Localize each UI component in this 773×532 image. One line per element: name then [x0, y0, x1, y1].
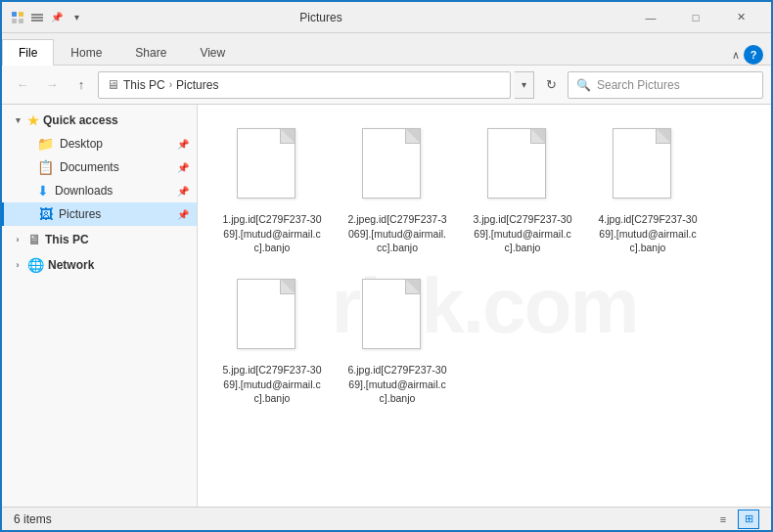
search-placeholder: Search Pictures — [597, 78, 680, 92]
file-explorer-window: 📌 ▾ Pictures — □ ✕ File Home Share View … — [0, 0, 773, 532]
status-bar: 6 items ≡ ⊞ — [2, 507, 771, 530]
desktop-icon: 📁 — [37, 136, 54, 152]
list-view-button[interactable]: ≡ — [712, 510, 734, 529]
svg-rect-6 — [31, 20, 43, 22]
file-icon-wrapper — [237, 128, 307, 206]
file-item[interactable]: 3.jpg.id[C279F237-3069].[mutud@airmail.c… — [464, 120, 581, 263]
file-page-icon — [487, 128, 546, 199]
file-grid: 1.jpg.id[C279F237-3069].[mutud@airmail.c… — [213, 120, 755, 414]
downloads-icon: ⬇ — [37, 183, 49, 199]
search-box[interactable]: 🔍 Search Pictures — [568, 71, 763, 99]
title-chevron: ▾ — [68, 10, 84, 25]
file-label: 1.jpg.id[C279F237-3069].[mutud@airmail.c… — [221, 212, 323, 255]
minimize-button[interactable]: — — [628, 2, 673, 33]
maximize-button[interactable]: □ — [673, 2, 718, 33]
address-dropdown[interactable]: ▾ — [515, 71, 534, 99]
sidebar-item-pictures[interactable]: 🖼 Pictures 📌 — [2, 202, 197, 226]
file-label: 3.jpg.id[C279F237-3069].[mutud@airmail.c… — [472, 212, 573, 255]
this-pc-section: › 🖥 This PC — [2, 228, 197, 251]
this-pc-expand-icon: › — [10, 232, 25, 247]
network-expand-icon: › — [10, 257, 25, 273]
file-icon-wrapper — [362, 279, 432, 357]
expand-icon: ▾ — [10, 112, 25, 128]
view-options: ≡ ⊞ — [712, 510, 759, 529]
title-bar-icons: 📌 ▾ — [10, 10, 84, 25]
ribbon-tabs: File Home Share View ∧ ? — [2, 33, 771, 65]
file-label: 4.jpg.id[C279F237-3069].[mutud@airmail.c… — [597, 212, 699, 255]
close-button[interactable]: ✕ — [718, 2, 763, 33]
large-icon-view-button[interactable]: ⊞ — [738, 510, 759, 529]
sidebar-item-desktop[interactable]: 📁 Desktop 📌 — [2, 132, 197, 155]
tab-home[interactable]: Home — [54, 39, 118, 66]
quick-access-icon[interactable] — [29, 10, 45, 25]
back-button[interactable]: ← — [10, 72, 35, 98]
network-header[interactable]: › 🌐 Network — [2, 253, 197, 277]
downloads-label: Downloads — [55, 184, 113, 198]
file-page-icon — [613, 128, 671, 199]
file-page-icon — [362, 128, 421, 199]
main-area: ▾ ★ Quick access 📁 Desktop 📌 📋 Documents… — [2, 105, 771, 507]
network-section: › 🌐 Network — [2, 253, 197, 277]
documents-label: Documents — [60, 160, 119, 174]
file-page-icon — [237, 279, 296, 349]
path-sep-1: › — [169, 79, 172, 90]
file-icon-wrapper — [362, 128, 432, 206]
file-item[interactable]: 4.jpg.id[C279F237-3069].[mutud@airmail.c… — [589, 120, 706, 263]
window-title: Pictures — [92, 11, 550, 24]
file-item[interactable]: 6.jpg.id[C279F237-3069].[mutud@airmail.c… — [339, 271, 456, 414]
pin-desktop-icon: 📌 — [177, 139, 189, 150]
title-bar: 📌 ▾ Pictures — □ ✕ — [2, 2, 771, 33]
pictures-icon: 🖼 — [39, 206, 53, 222]
address-path[interactable]: 🖥 This PC › Pictures — [98, 71, 511, 99]
path-this-pc: This PC — [123, 78, 165, 92]
file-page-icon — [362, 279, 421, 349]
help-button[interactable]: ? — [744, 45, 763, 65]
up-button[interactable]: ↑ — [68, 72, 94, 98]
svg-rect-5 — [31, 17, 43, 19]
sidebar-item-downloads[interactable]: ⬇ Downloads 📌 — [2, 179, 197, 202]
sidebar-item-documents[interactable]: 📋 Documents 📌 — [2, 155, 197, 179]
sidebar: ▾ ★ Quick access 📁 Desktop 📌 📋 Documents… — [2, 105, 198, 507]
window-menu-icon[interactable] — [10, 10, 25, 25]
item-count: 6 items — [14, 512, 52, 526]
pin-documents-icon: 📌 — [177, 162, 189, 173]
network-icon: 🌐 — [27, 257, 44, 273]
file-item[interactable]: 5.jpg.id[C279F237-3069].[mutud@airmail.c… — [213, 271, 331, 414]
path-pictures: Pictures — [176, 78, 218, 92]
tab-view[interactable]: View — [183, 39, 242, 66]
file-icon-wrapper — [237, 279, 307, 357]
documents-icon: 📋 — [37, 159, 54, 175]
file-label: 6.jpg.id[C279F237-3069].[mutud@airmail.c… — [346, 363, 448, 406]
tab-file[interactable]: File — [2, 39, 54, 66]
file-item[interactable]: 1.jpg.id[C279F237-3069].[mutud@airmail.c… — [213, 120, 331, 263]
tab-share[interactable]: Share — [118, 39, 183, 66]
search-icon: 🔍 — [576, 78, 591, 92]
file-icon-wrapper — [487, 128, 558, 206]
this-pc-header[interactable]: › 🖥 This PC — [2, 228, 197, 251]
forward-button[interactable]: → — [39, 72, 65, 98]
file-label: 5.jpg.id[C279F237-3069].[mutud@airmail.c… — [221, 363, 323, 406]
ribbon: File Home Share View ∧ ? — [2, 33, 771, 66]
pin-pictures-icon: 📌 — [177, 209, 189, 220]
quick-access-section: ▾ ★ Quick access 📁 Desktop 📌 📋 Documents… — [2, 109, 197, 226]
this-pc-label: This PC — [45, 233, 89, 246]
quick-access-header[interactable]: ▾ ★ Quick access — [2, 109, 197, 132]
svg-rect-3 — [19, 19, 23, 23]
ribbon-collapse-btn[interactable]: ∧ — [732, 49, 740, 62]
address-bar: ← → ↑ 🖥 This PC › Pictures ▾ ↻ 🔍 Search … — [2, 66, 771, 105]
quick-access-label: Quick access — [43, 113, 118, 127]
content-area: risk.com 1.jpg.id[C279F237-3069].[mutud@… — [198, 105, 771, 507]
pictures-label: Pictures — [59, 207, 101, 221]
svg-rect-1 — [19, 12, 23, 17]
file-icon-wrapper — [613, 128, 683, 206]
file-item[interactable]: 2.jpeg.id[C279F237-3069].[mutud@airmail.… — [339, 120, 456, 263]
desktop-label: Desktop — [60, 137, 103, 151]
window-controls: — □ ✕ — [628, 2, 763, 33]
star-icon: ★ — [27, 113, 39, 128]
network-label: Network — [48, 258, 94, 272]
svg-rect-4 — [31, 14, 43, 16]
svg-rect-2 — [12, 19, 17, 23]
refresh-button[interactable]: ↻ — [538, 72, 564, 98]
pin-icon[interactable]: 📌 — [49, 10, 65, 25]
file-page-icon — [237, 128, 296, 199]
